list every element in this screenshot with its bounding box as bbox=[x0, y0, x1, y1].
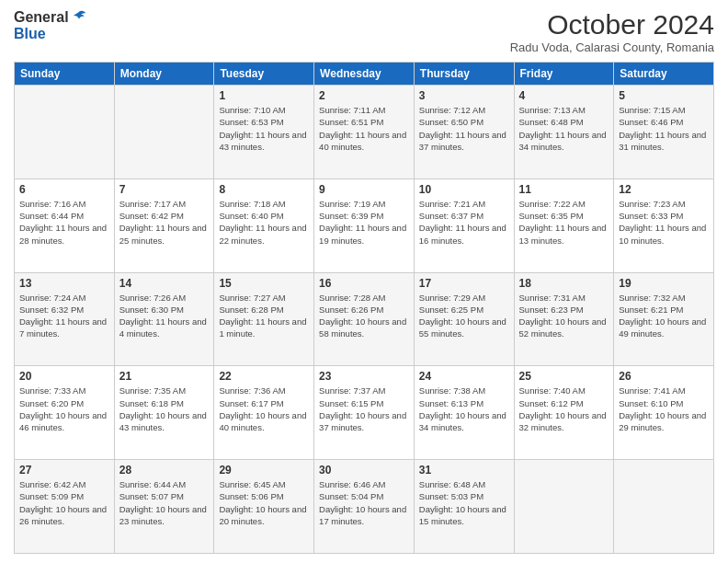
calendar-cell: 12Sunrise: 7:23 AM Sunset: 6:33 PM Dayli… bbox=[614, 178, 714, 272]
day-info: Sunrise: 7:32 AM Sunset: 6:21 PM Dayligh… bbox=[619, 292, 709, 340]
calendar-cell: 20Sunrise: 7:33 AM Sunset: 6:20 PM Dayli… bbox=[15, 366, 115, 460]
calendar-cell: 25Sunrise: 7:40 AM Sunset: 6:12 PM Dayli… bbox=[514, 366, 614, 460]
day-info: Sunrise: 7:37 AM Sunset: 6:15 PM Dayligh… bbox=[319, 385, 409, 433]
logo-blue: Blue bbox=[14, 26, 46, 42]
col-thursday: Thursday bbox=[414, 63, 514, 86]
calendar-cell: 2Sunrise: 7:11 AM Sunset: 6:51 PM Daylig… bbox=[314, 86, 415, 179]
calendar-cell: 10Sunrise: 7:21 AM Sunset: 6:37 PM Dayli… bbox=[414, 178, 514, 272]
day-number: 13 bbox=[19, 277, 109, 290]
calendar-cell bbox=[114, 86, 214, 179]
calendar-cell: 18Sunrise: 7:31 AM Sunset: 6:23 PM Dayli… bbox=[514, 272, 614, 366]
calendar-cell: 30Sunrise: 6:46 AM Sunset: 5:04 PM Dayli… bbox=[314, 460, 415, 554]
calendar-week-4: 20Sunrise: 7:33 AM Sunset: 6:20 PM Dayli… bbox=[15, 366, 714, 460]
day-number: 25 bbox=[519, 370, 609, 383]
day-info: Sunrise: 7:19 AM Sunset: 6:39 PM Dayligh… bbox=[319, 198, 409, 247]
day-number: 14 bbox=[119, 277, 210, 290]
page-container: General Blue October 2024 Radu Voda, Cal… bbox=[0, 0, 728, 563]
col-saturday: Saturday bbox=[614, 63, 714, 86]
calendar-cell: 28Sunrise: 6:44 AM Sunset: 5:07 PM Dayli… bbox=[114, 460, 214, 554]
day-info: Sunrise: 6:48 AM Sunset: 5:03 PM Dayligh… bbox=[419, 478, 509, 527]
col-wednesday: Wednesday bbox=[314, 63, 415, 86]
day-info: Sunrise: 7:36 AM Sunset: 6:17 PM Dayligh… bbox=[219, 385, 309, 433]
day-number: 18 bbox=[519, 277, 609, 290]
day-info: Sunrise: 7:40 AM Sunset: 6:12 PM Dayligh… bbox=[519, 385, 609, 433]
day-number: 5 bbox=[619, 89, 709, 102]
day-number: 24 bbox=[419, 370, 509, 383]
day-number: 12 bbox=[619, 183, 709, 196]
calendar-cell bbox=[15, 86, 115, 179]
day-info: Sunrise: 7:31 AM Sunset: 6:23 PM Dayligh… bbox=[519, 292, 609, 340]
day-info: Sunrise: 7:22 AM Sunset: 6:35 PM Dayligh… bbox=[519, 198, 609, 247]
logo-general: General bbox=[14, 9, 69, 26]
header: General Blue October 2024 Radu Voda, Cal… bbox=[14, 9, 714, 54]
day-number: 23 bbox=[319, 370, 409, 383]
calendar-cell bbox=[514, 460, 614, 554]
day-info: Sunrise: 7:15 AM Sunset: 6:46 PM Dayligh… bbox=[619, 104, 709, 153]
calendar-cell: 22Sunrise: 7:36 AM Sunset: 6:17 PM Dayli… bbox=[214, 366, 314, 460]
calendar-cell: 21Sunrise: 7:35 AM Sunset: 6:18 PM Dayli… bbox=[114, 366, 214, 460]
calendar-cell: 15Sunrise: 7:27 AM Sunset: 6:28 PM Dayli… bbox=[214, 272, 314, 366]
calendar-week-2: 6Sunrise: 7:16 AM Sunset: 6:44 PM Daylig… bbox=[15, 178, 714, 272]
day-info: Sunrise: 6:45 AM Sunset: 5:06 PM Dayligh… bbox=[219, 478, 309, 527]
calendar-header: Sunday Monday Tuesday Wednesday Thursday… bbox=[15, 63, 714, 86]
day-number: 30 bbox=[319, 464, 409, 477]
day-number: 20 bbox=[19, 370, 109, 383]
calendar-cell: 3Sunrise: 7:12 AM Sunset: 6:50 PM Daylig… bbox=[414, 86, 514, 179]
day-number: 1 bbox=[219, 89, 309, 102]
day-info: Sunrise: 7:24 AM Sunset: 6:32 PM Dayligh… bbox=[19, 292, 109, 340]
day-info: Sunrise: 7:41 AM Sunset: 6:10 PM Dayligh… bbox=[619, 385, 709, 433]
calendar-cell: 24Sunrise: 7:38 AM Sunset: 6:13 PM Dayli… bbox=[414, 366, 514, 460]
calendar-cell: 17Sunrise: 7:29 AM Sunset: 6:25 PM Dayli… bbox=[414, 272, 514, 366]
calendar-cell: 11Sunrise: 7:22 AM Sunset: 6:35 PM Dayli… bbox=[514, 178, 614, 272]
day-info: Sunrise: 7:28 AM Sunset: 6:26 PM Dayligh… bbox=[319, 292, 409, 340]
day-number: 15 bbox=[219, 277, 309, 290]
day-info: Sunrise: 7:38 AM Sunset: 6:13 PM Dayligh… bbox=[419, 385, 509, 433]
title-section: October 2024 Radu Voda, Calarasi County,… bbox=[510, 9, 714, 54]
col-tuesday: Tuesday bbox=[214, 63, 314, 86]
calendar-cell: 16Sunrise: 7:28 AM Sunset: 6:26 PM Dayli… bbox=[314, 272, 415, 366]
col-friday: Friday bbox=[514, 63, 614, 86]
day-number: 7 bbox=[119, 183, 210, 196]
calendar-week-3: 13Sunrise: 7:24 AM Sunset: 6:32 PM Dayli… bbox=[15, 272, 714, 366]
day-info: Sunrise: 7:11 AM Sunset: 6:51 PM Dayligh… bbox=[319, 104, 409, 153]
day-info: Sunrise: 7:12 AM Sunset: 6:50 PM Dayligh… bbox=[419, 104, 509, 153]
calendar-cell: 31Sunrise: 6:48 AM Sunset: 5:03 PM Dayli… bbox=[414, 460, 514, 554]
day-info: Sunrise: 7:18 AM Sunset: 6:40 PM Dayligh… bbox=[219, 198, 309, 247]
day-info: Sunrise: 7:23 AM Sunset: 6:33 PM Dayligh… bbox=[619, 198, 709, 247]
header-row: Sunday Monday Tuesday Wednesday Thursday… bbox=[15, 63, 714, 86]
calendar-cell: 9Sunrise: 7:19 AM Sunset: 6:39 PM Daylig… bbox=[314, 178, 415, 272]
calendar-cell: 7Sunrise: 7:17 AM Sunset: 6:42 PM Daylig… bbox=[114, 178, 214, 272]
calendar-cell bbox=[614, 460, 714, 554]
calendar-cell: 19Sunrise: 7:32 AM Sunset: 6:21 PM Dayli… bbox=[614, 272, 714, 366]
calendar-cell: 8Sunrise: 7:18 AM Sunset: 6:40 PM Daylig… bbox=[214, 178, 314, 272]
logo-bird-icon bbox=[71, 9, 87, 26]
day-number: 11 bbox=[519, 183, 609, 196]
day-info: Sunrise: 7:16 AM Sunset: 6:44 PM Dayligh… bbox=[19, 198, 109, 247]
col-sunday: Sunday bbox=[15, 63, 115, 86]
day-info: Sunrise: 7:26 AM Sunset: 6:30 PM Dayligh… bbox=[119, 292, 210, 340]
calendar-week-5: 27Sunrise: 6:42 AM Sunset: 5:09 PM Dayli… bbox=[15, 460, 714, 554]
day-number: 26 bbox=[619, 370, 709, 383]
day-info: Sunrise: 7:33 AM Sunset: 6:20 PM Dayligh… bbox=[19, 385, 109, 433]
calendar-week-1: 1Sunrise: 7:10 AM Sunset: 6:53 PM Daylig… bbox=[15, 86, 714, 179]
day-number: 8 bbox=[219, 183, 309, 196]
calendar-cell: 14Sunrise: 7:26 AM Sunset: 6:30 PM Dayli… bbox=[114, 272, 214, 366]
day-number: 19 bbox=[619, 277, 709, 290]
day-number: 3 bbox=[419, 89, 509, 102]
day-info: Sunrise: 7:27 AM Sunset: 6:28 PM Dayligh… bbox=[219, 292, 309, 340]
day-info: Sunrise: 7:13 AM Sunset: 6:48 PM Dayligh… bbox=[519, 104, 609, 153]
col-monday: Monday bbox=[114, 63, 214, 86]
day-number: 6 bbox=[19, 183, 109, 196]
day-number: 21 bbox=[119, 370, 210, 383]
calendar-cell: 5Sunrise: 7:15 AM Sunset: 6:46 PM Daylig… bbox=[614, 86, 714, 179]
calendar-cell: 23Sunrise: 7:37 AM Sunset: 6:15 PM Dayli… bbox=[314, 366, 415, 460]
day-number: 29 bbox=[219, 464, 309, 477]
logo: General Blue bbox=[14, 9, 87, 42]
day-info: Sunrise: 7:21 AM Sunset: 6:37 PM Dayligh… bbox=[419, 198, 509, 247]
calendar-cell: 26Sunrise: 7:41 AM Sunset: 6:10 PM Dayli… bbox=[614, 366, 714, 460]
day-info: Sunrise: 7:10 AM Sunset: 6:53 PM Dayligh… bbox=[219, 104, 309, 153]
location: Radu Voda, Calarasi County, Romania bbox=[510, 40, 714, 54]
month-title: October 2024 bbox=[510, 9, 714, 40]
day-number: 28 bbox=[119, 464, 210, 477]
calendar-cell: 6Sunrise: 7:16 AM Sunset: 6:44 PM Daylig… bbox=[15, 178, 115, 272]
